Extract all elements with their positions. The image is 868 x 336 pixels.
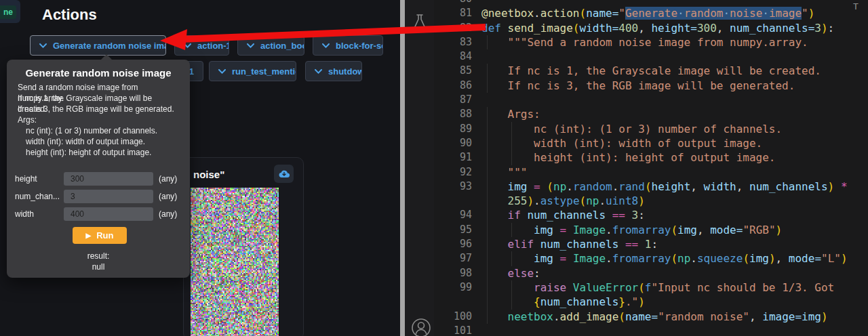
- line-number: 92: [434, 165, 472, 180]
- indent-guide: [487, 194, 488, 208]
- play-icon: ▶: [86, 232, 92, 239]
- line-number: 85: [434, 64, 472, 78]
- width-field[interactable]: [64, 207, 153, 221]
- line-number: 90: [434, 136, 472, 150]
- height-field[interactable]: [64, 172, 153, 186]
- project-badge: ne: [0, 5, 16, 19]
- popup-pointer: [100, 54, 113, 60]
- line-number: 91: [434, 150, 472, 165]
- indent-guide: [487, 208, 488, 222]
- action-button-label: shutdown: [328, 66, 362, 77]
- field-label-width: width: [15, 209, 34, 219]
- activity-bar: [405, 0, 434, 336]
- page-title: Actions: [42, 6, 97, 24]
- chevron-down-icon: [218, 69, 226, 74]
- code-line: {num_channels}."): [434, 295, 868, 309]
- line-number: 96: [434, 237, 472, 251]
- line-number: 93: [434, 180, 472, 194]
- field-hint: (any): [159, 192, 177, 201]
- indent-guide: [511, 223, 512, 237]
- image-card-title: noise": [193, 169, 224, 180]
- indent-guide: [511, 251, 512, 266]
- indent-guide: [487, 295, 488, 309]
- result-label: result:: [7, 251, 190, 261]
- popup-arg-line: width (int): width of output image.: [26, 136, 183, 147]
- code-line: 91 height (int): height of output image.: [434, 150, 868, 165]
- line-number: 80: [434, 0, 472, 6]
- popup-description-line: Args:: [18, 114, 183, 125]
- indent-guide: [487, 223, 488, 237]
- field-label-num-channels: num_chan...: [15, 192, 60, 201]
- code-line: 82def send_image(width=400, height=300, …: [434, 21, 868, 35]
- code-line: 97 img = Image.fromarray(np.squeeze(img)…: [434, 251, 868, 266]
- action-button-block-for-sec[interactable]: block-for-sec: [313, 35, 383, 56]
- field-label-height: height: [15, 174, 37, 184]
- action-button-generate-random-noise-image[interactable]: Generate random noise image: [30, 35, 166, 56]
- line-number: 89: [434, 122, 472, 136]
- action-button-action-bool[interactable]: action_bool: [237, 35, 304, 56]
- popup-arg-line: nc (int): (1 or 3) number of channels.: [26, 125, 183, 136]
- indent-guide: [511, 122, 512, 136]
- action-button-run-test-mention[interactable]: run_test_mention: [209, 61, 296, 81]
- action-button-shutdown[interactable]: shutdown: [305, 61, 362, 81]
- code-line: 83 """Send a random noise image from num…: [434, 35, 868, 49]
- code-editor[interactable]: 8081@neetbox.action(name="Generate·rando…: [434, 0, 868, 336]
- testing-flask-icon[interactable]: [412, 14, 427, 34]
- code-line: 99 raise ValueError(f"Input nc should be…: [434, 280, 868, 295]
- code-line: 98 else:: [434, 266, 868, 280]
- popup-arg-line: height (int): height of output image.: [26, 147, 183, 158]
- line-number: 87: [434, 93, 472, 107]
- line-number: 95: [434, 223, 472, 237]
- line-number: 84: [434, 49, 472, 64]
- indent-guide: [487, 266, 488, 280]
- line-number: 82: [434, 21, 472, 35]
- random-noise-image: [191, 188, 279, 336]
- browser-scrollbar[interactable]: [400, 0, 405, 336]
- line-number: [434, 194, 472, 208]
- code-line: 96 elif num_channels == 1:: [434, 237, 868, 251]
- popup-title: Generate random noise image: [7, 67, 190, 79]
- indent-guide: [487, 64, 488, 78]
- minimap-fragment: T: [853, 1, 859, 12]
- field-hint: (any): [159, 174, 177, 184]
- action-button-action-1[interactable]: action-1: [174, 35, 229, 56]
- chevron-down-icon: [184, 43, 191, 48]
- indent-guide: [487, 237, 488, 251]
- line-number: 101: [434, 324, 472, 336]
- indent-guide: [487, 280, 488, 295]
- indent-guide: [511, 150, 512, 165]
- action-button-label: run_test_mention: [232, 66, 296, 77]
- line-number: 88: [434, 107, 472, 121]
- indent-guide: [487, 251, 488, 266]
- run-button[interactable]: ▶ Run: [73, 227, 127, 244]
- cloud-download-button[interactable]: [274, 165, 294, 183]
- code-line: 89 nc (int): (1 or 3) number of channels…: [434, 122, 868, 136]
- indent-guide: [487, 35, 488, 49]
- run-button-label: Run: [96, 230, 113, 240]
- line-number: 86: [434, 79, 472, 93]
- account-icon[interactable]: [411, 318, 431, 336]
- code-line: 80: [434, 0, 868, 6]
- indent-guide: [487, 310, 488, 324]
- line-number: 94: [434, 208, 472, 222]
- indent-guide: [511, 280, 512, 295]
- code-line: 88 Args:: [434, 107, 868, 121]
- dashboard-panel: ne Actions Generate random noise image a…: [0, 0, 400, 336]
- code-line: 84: [434, 49, 868, 64]
- num-channels-field[interactable]: [64, 190, 153, 203]
- code-line: 92 """: [434, 165, 868, 180]
- code-line: 101: [434, 324, 868, 336]
- action-button-label: block-for-sec: [336, 41, 383, 51]
- code-line: 86 If nc is 3, the RGB image will be gen…: [434, 79, 868, 93]
- action-button-label: action-1: [197, 41, 229, 51]
- sidebar-item[interactable]: ne: [0, 0, 20, 23]
- field-hint: (any): [159, 209, 177, 219]
- indent-guide: [487, 150, 488, 165]
- indent-guide: [511, 136, 512, 150]
- code-area: 8081@neetbox.action(name="Generate·rando…: [434, 0, 868, 336]
- code-line: 87: [434, 93, 868, 107]
- chevron-down-icon: [247, 43, 254, 48]
- cloud-download-icon: [279, 169, 290, 178]
- action-button-label: Generate random noise image: [53, 41, 166, 51]
- indent-guide: [487, 165, 488, 180]
